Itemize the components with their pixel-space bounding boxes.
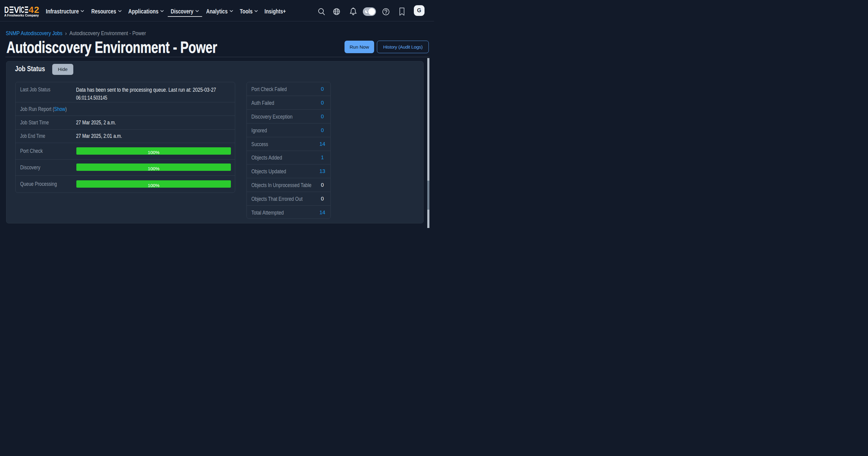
svg-text:A Freshworks Company: A Freshworks Company	[4, 13, 39, 17]
